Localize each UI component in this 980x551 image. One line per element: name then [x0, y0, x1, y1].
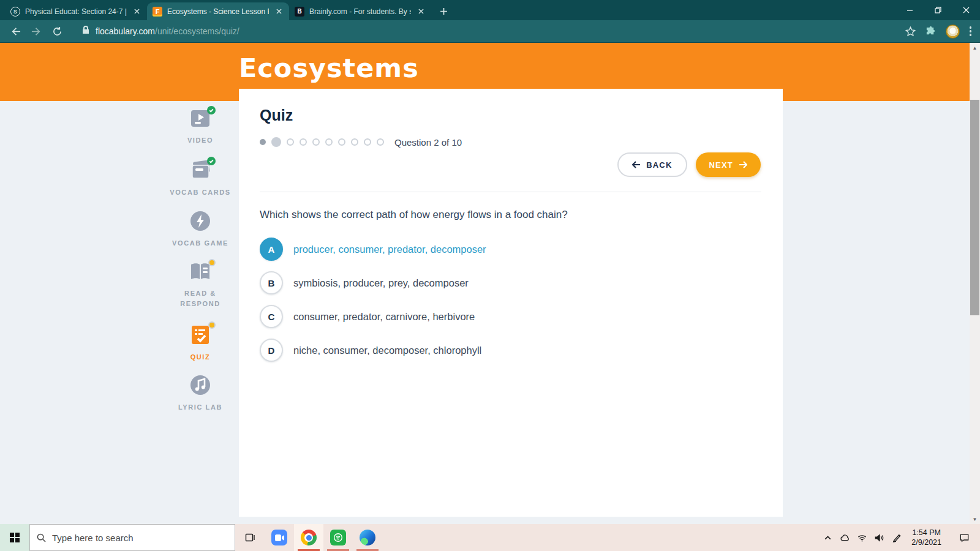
- completed-badge-icon: [207, 106, 216, 114]
- brainly-favicon-icon: B: [295, 7, 304, 17]
- action-center-button[interactable]: [952, 533, 976, 542]
- tab-close-icon[interactable]: [132, 7, 141, 17]
- volume-icon[interactable]: [875, 533, 884, 542]
- tab-title: Physical Educat: Section 24-7 | Sc: [25, 7, 127, 16]
- minimize-button[interactable]: [895, 0, 924, 20]
- url-domain: flocabulary.com: [96, 26, 155, 36]
- window-controls: [895, 0, 980, 20]
- answer-letter-badge[interactable]: D: [260, 339, 283, 362]
- refresh-icon[interactable]: [48, 22, 66, 40]
- windows-taskbar: 1:54 PM 2/9/2021: [0, 524, 980, 551]
- sidebar-item-vocab-game[interactable]: VOCAB GAME: [160, 211, 240, 249]
- answer-option-b[interactable]: B symbiosis, producer, prey, decomposer: [260, 271, 761, 294]
- forward-nav-icon[interactable]: [27, 22, 45, 40]
- bookmark-star-icon[interactable]: [905, 26, 916, 37]
- taskbar-clock[interactable]: 1:54 PM 2/9/2021: [909, 528, 944, 548]
- answer-letter-badge[interactable]: C: [260, 305, 283, 328]
- tab-close-icon[interactable]: [274, 7, 284, 17]
- back-button-label: BACK: [646, 160, 672, 170]
- progress-dot-5: [312, 138, 320, 146]
- answer-text[interactable]: niche, consumer, decomposer, chlorophyll: [293, 345, 481, 356]
- edge-app-button[interactable]: [353, 524, 382, 551]
- schoology-favicon-icon: S: [10, 7, 20, 17]
- sidebar-item-read-respond[interactable]: READ & RESPOND: [160, 262, 240, 309]
- sidebar-label: VIDEO: [166, 135, 235, 146]
- in-progress-badge-icon: [208, 321, 216, 329]
- url-path: /unit/ecosystems/quiz/: [155, 26, 239, 36]
- progress-label: Question 2 of 10: [394, 137, 462, 148]
- tab-close-icon[interactable]: [416, 7, 426, 17]
- scrollbar-thumb[interactable]: [970, 100, 979, 315]
- answer-text[interactable]: consumer, predator, carnivore, herbivore: [293, 311, 475, 323]
- read-respond-book-icon: [189, 262, 212, 282]
- sidebar-item-quiz[interactable]: QUIZ: [160, 324, 240, 362]
- flocabulary-favicon-icon: F: [153, 7, 162, 17]
- tab-title: Brainly.com - For students. By stu: [309, 7, 411, 16]
- tab-title: Ecosystems - Science Lesson Plan: [167, 7, 269, 16]
- page-viewport: Ecosystems VIDEO VOCAB CARDS VOCAB GAME …: [0, 43, 980, 524]
- system-tray: 1:54 PM 2/9/2021: [823, 524, 980, 551]
- answer-option-d[interactable]: D niche, consumer, decomposer, chlorophy…: [260, 339, 761, 362]
- scroll-up-arrow-icon[interactable]: ▲: [970, 43, 980, 53]
- answer-option-c[interactable]: C consumer, predator, carnivore, herbivo…: [260, 305, 761, 328]
- task-view-button[interactable]: [235, 524, 265, 551]
- quiz-card: Quiz Question 2 of 10 BACK NEXT Which sh…: [239, 89, 783, 517]
- lightning-icon: [190, 211, 211, 231]
- back-nav-icon[interactable]: [6, 22, 24, 40]
- chrome-icon: [301, 530, 317, 545]
- tab-flocabulary-active[interactable]: F Ecosystems - Science Lesson Plan: [147, 2, 289, 20]
- back-button[interactable]: BACK: [617, 152, 687, 177]
- spotify-app-button[interactable]: [323, 524, 353, 551]
- spotify-icon: [330, 530, 346, 545]
- progress-dot-2: [271, 137, 281, 147]
- new-tab-button[interactable]: [435, 2, 452, 20]
- page-scrollbar[interactable]: ▲ ▼: [970, 43, 980, 524]
- url-text[interactable]: flocabulary.com/unit/ecosystems/quiz/: [96, 26, 239, 36]
- onedrive-cloud-icon[interactable]: [840, 533, 850, 542]
- tab-brainly[interactable]: B Brainly.com - For students. By stu: [289, 2, 431, 20]
- tray-chevron-up-icon[interactable]: [823, 533, 832, 542]
- progress-dot-10: [377, 138, 384, 146]
- restore-button[interactable]: [924, 0, 952, 20]
- browser-menu-icon[interactable]: [970, 25, 972, 38]
- sidebar-item-video[interactable]: VIDEO: [160, 109, 240, 146]
- next-button[interactable]: NEXT: [696, 152, 761, 177]
- tab-schoology[interactable]: S Physical Educat: Section 24-7 | Sc: [5, 2, 147, 20]
- progress-dot-8: [351, 138, 358, 146]
- scroll-down-arrow-icon[interactable]: ▼: [970, 514, 980, 524]
- address-bar[interactable]: flocabulary.com/unit/ecosystems/quiz/: [82, 26, 905, 37]
- close-button[interactable]: [952, 0, 980, 20]
- sidebar-label: VOCAB CARDS: [166, 187, 235, 198]
- quiz-icon: [190, 324, 211, 345]
- windows-ink-pen-icon[interactable]: [892, 533, 901, 542]
- completed-badge-icon: [207, 157, 216, 165]
- sidebar-item-vocab-cards[interactable]: VOCAB CARDS: [160, 160, 240, 198]
- progress-dot-1: [260, 139, 266, 145]
- answer-option-a[interactable]: A producer, consumer, predator, decompos…: [260, 238, 761, 261]
- in-progress-badge-icon: [208, 259, 216, 266]
- profile-avatar[interactable]: [946, 24, 960, 39]
- next-button-label: NEXT: [709, 160, 733, 170]
- windows-logo-icon: [10, 533, 20, 542]
- extensions-puzzle-icon[interactable]: [925, 26, 936, 37]
- wifi-icon[interactable]: [858, 533, 867, 542]
- zoom-app-button[interactable]: [265, 524, 294, 551]
- taskbar-search[interactable]: [29, 524, 235, 551]
- sidebar-item-lyric-lab[interactable]: LYRIC LAB: [160, 375, 240, 413]
- start-button[interactable]: [0, 524, 29, 551]
- search-input[interactable]: [52, 533, 228, 543]
- answer-letter-badge[interactable]: B: [260, 271, 283, 294]
- answer-letter-badge[interactable]: A: [260, 238, 283, 261]
- progress-dot-3: [287, 138, 294, 146]
- sidebar-label: VOCAB GAME: [166, 238, 235, 249]
- answer-text[interactable]: producer, consumer, predator, decomposer: [293, 244, 486, 255]
- lock-icon[interactable]: [82, 26, 89, 37]
- search-icon: [37, 533, 46, 542]
- progress-dot-9: [364, 138, 371, 146]
- chrome-app-button[interactable]: [294, 524, 323, 551]
- section-divider: [260, 192, 761, 192]
- arrow-right-icon: [739, 161, 747, 168]
- task-view-icon: [244, 533, 255, 542]
- answer-text[interactable]: symbiosis, producer, prey, decomposer: [293, 277, 469, 289]
- clock-date: 2/9/2021: [911, 538, 941, 547]
